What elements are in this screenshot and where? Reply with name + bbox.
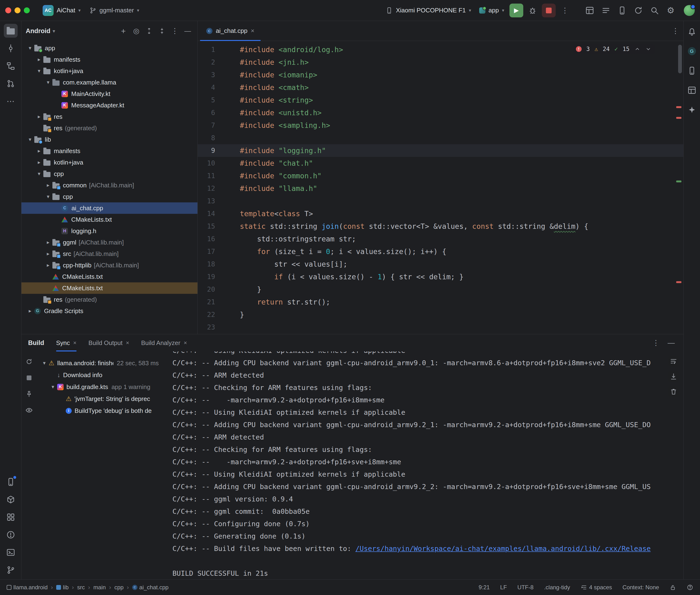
- debug-button[interactable]: [526, 4, 539, 18]
- tree-item-res[interactable]: res(generated): [22, 294, 197, 305]
- close-tab-icon[interactable]: ×: [251, 27, 254, 34]
- app-insights-tool-button[interactable]: [4, 510, 18, 524]
- chevron-open-icon[interactable]: ▾: [49, 384, 57, 390]
- version-control-tool-button[interactable]: [4, 563, 18, 577]
- gradle-tool-button[interactable]: G: [685, 44, 699, 58]
- problems-tool-button[interactable]: [4, 528, 18, 542]
- chevron-closed-icon[interactable]: ▸: [44, 182, 52, 188]
- clear-output-button[interactable]: [668, 386, 679, 397]
- code-line-16[interactable]: std::ostringstream str;: [240, 233, 683, 245]
- build-console[interactable]: C/C++: -- Using KleidiAI optimized kerne…: [170, 351, 683, 579]
- scroll-to-end-button[interactable]: [668, 371, 679, 382]
- editor-tab-ai-chat-cpp[interactable]: C ai_chat.cpp ×: [200, 21, 260, 41]
- layout-inspector-button[interactable]: [583, 4, 597, 18]
- code-area[interactable]: 1234567891011121314151617181920212223 #i…: [198, 41, 683, 334]
- code-line-4[interactable]: #include <cmath>: [240, 81, 683, 94]
- code-line-8[interactable]: [240, 132, 683, 144]
- hide-build-panel-button[interactable]: —: [666, 337, 677, 348]
- assistant-tool-button[interactable]: [685, 103, 699, 117]
- more-tools-button[interactable]: ⋯: [4, 94, 18, 108]
- tree-item-cmakelists-txt[interactable]: CMakeLists.txt: [22, 282, 197, 294]
- previous-problem-icon[interactable]: [634, 46, 640, 52]
- close-tab-icon[interactable]: ×: [184, 340, 187, 346]
- breadcrumb-cpp[interactable]: cpp: [114, 584, 123, 591]
- tree-item-kotlin-java[interactable]: ▸kotlin+java: [22, 157, 197, 168]
- code-line-13[interactable]: [240, 195, 683, 207]
- minimize-window-button[interactable]: [15, 7, 21, 13]
- device-selector[interactable]: Xiaomi POCOPHONE F1 ▾: [383, 5, 474, 16]
- code-line-17[interactable]: for (size_t i = 0; i < values.size(); i+…: [240, 245, 683, 258]
- tree-item-mainactivity-kt[interactable]: KMainActivity.kt: [22, 88, 197, 100]
- breadcrumb-llama-android[interactable]: llama.android: [7, 584, 48, 591]
- tree-item-cpp[interactable]: ▾cpp: [22, 191, 197, 202]
- chevron-open-icon[interactable]: ▾: [44, 79, 52, 85]
- build-output-link[interactable]: /Users/hanyin/Workspace/ai-chat/examples…: [355, 544, 651, 552]
- hide-panel-button[interactable]: —: [182, 26, 193, 36]
- code-line-12[interactable]: #include "llama.h": [240, 182, 683, 195]
- chevron-closed-icon[interactable]: ▸: [44, 262, 52, 268]
- preview-button[interactable]: [24, 405, 34, 416]
- breadcrumb-main[interactable]: main: [93, 584, 106, 591]
- build-tab-build-output[interactable]: Build Output×: [88, 334, 129, 351]
- status-help-button[interactable]: [687, 584, 693, 591]
- code-line-7[interactable]: #include <sampling.h>: [240, 119, 683, 132]
- chevron-closed-icon[interactable]: ▸: [44, 239, 52, 246]
- resource-context[interactable]: Context: None: [623, 584, 659, 591]
- change-stripe-mark[interactable]: [676, 180, 681, 182]
- tree-item-src[interactable]: ▸src[AiChat.lib.main]: [22, 248, 197, 259]
- tree-item-kotlin-java[interactable]: ▾kotlin+java: [22, 65, 197, 77]
- stop-build-button[interactable]: [24, 372, 34, 383]
- expand-all-button[interactable]: [144, 26, 155, 36]
- tree-item-res[interactable]: res(generated): [22, 122, 197, 134]
- chevron-open-icon[interactable]: ▾: [26, 45, 34, 51]
- stop-button[interactable]: [542, 4, 556, 18]
- code-line-15[interactable]: static std::string join(const std::vecto…: [240, 220, 683, 233]
- build-tree-item[interactable]: ⚠'jvmTarget: String' is deprec: [37, 393, 170, 405]
- code-line-5[interactable]: #include <string>: [240, 94, 683, 107]
- next-problem-icon[interactable]: [645, 46, 651, 52]
- close-tab-icon[interactable]: ×: [73, 340, 77, 346]
- commit-tool-button[interactable]: [4, 41, 18, 55]
- editor-gutter[interactable]: 1234567891011121314151617181920212223: [198, 41, 240, 334]
- code-line-22[interactable]: }: [240, 308, 683, 321]
- zoom-window-button[interactable]: [24, 7, 30, 13]
- code-line-20[interactable]: }: [240, 283, 683, 296]
- add-button[interactable]: +: [118, 26, 129, 36]
- code-line-10[interactable]: #include "chat.h": [240, 157, 683, 170]
- error-stripe-mark[interactable]: [676, 117, 681, 119]
- build-panel-more-button[interactable]: ⋮: [650, 337, 662, 348]
- chevron-closed-icon[interactable]: ▸: [35, 56, 43, 63]
- chevron-open-icon[interactable]: ▾: [35, 68, 43, 74]
- code-line-11[interactable]: #include "common.h": [240, 170, 683, 182]
- code-line-6[interactable]: #include <unistd.h>: [240, 107, 683, 119]
- project-view-mode-selector[interactable]: Android ▾: [26, 27, 55, 35]
- build-tree-item[interactable]: ▾⚠llama.android: finished22 sec, 583 ms: [37, 357, 170, 369]
- tree-item-ai-chat-cpp[interactable]: Cai_chat.cpp: [22, 202, 197, 214]
- code-line-14[interactable]: template<class T>: [240, 207, 683, 220]
- chevron-closed-icon[interactable]: ▸: [26, 308, 34, 314]
- code-line-2[interactable]: #include <jni.h>: [240, 56, 683, 68]
- project-selector[interactable]: AC AiChat ▾: [40, 3, 84, 18]
- search-everywhere-button[interactable]: [648, 4, 662, 18]
- tree-item-logging-h[interactable]: Hlogging.h: [22, 225, 197, 237]
- build-panel-title[interactable]: Build: [28, 339, 44, 347]
- chevron-open-icon[interactable]: ▾: [40, 360, 49, 366]
- run-more-button[interactable]: ⋮: [558, 4, 572, 18]
- editor-scrollbar[interactable]: [678, 45, 682, 73]
- code-line-23[interactable]: [240, 321, 683, 334]
- device-manager-tool-button[interactable]: [685, 64, 699, 78]
- run-configuration-selector[interactable]: app ▾: [476, 5, 507, 16]
- tree-item-messageadapter-kt[interactable]: KMessageAdapter.kt: [22, 100, 197, 111]
- logcat-button[interactable]: [599, 4, 613, 18]
- cursor-position[interactable]: 9:21: [478, 584, 490, 591]
- run-button[interactable]: ▶: [509, 4, 523, 18]
- code-line-9[interactable]: #include "logging.h": [240, 144, 683, 157]
- structure-tool-button[interactable]: [4, 59, 18, 73]
- tree-item-manifests[interactable]: ▸manifests: [22, 145, 197, 157]
- code-style-widget[interactable]: 4 spaces: [581, 584, 612, 591]
- tree-item-cmakelists-txt[interactable]: CMakeLists.txt: [22, 214, 197, 225]
- breadcrumb-ai-chat-cpp[interactable]: Cai_chat.cpp: [132, 584, 169, 591]
- tree-item-common[interactable]: ▸common[AiChat.lib.main]: [22, 179, 197, 191]
- user-avatar[interactable]: [684, 5, 695, 16]
- locate-file-button[interactable]: ◎: [131, 26, 142, 36]
